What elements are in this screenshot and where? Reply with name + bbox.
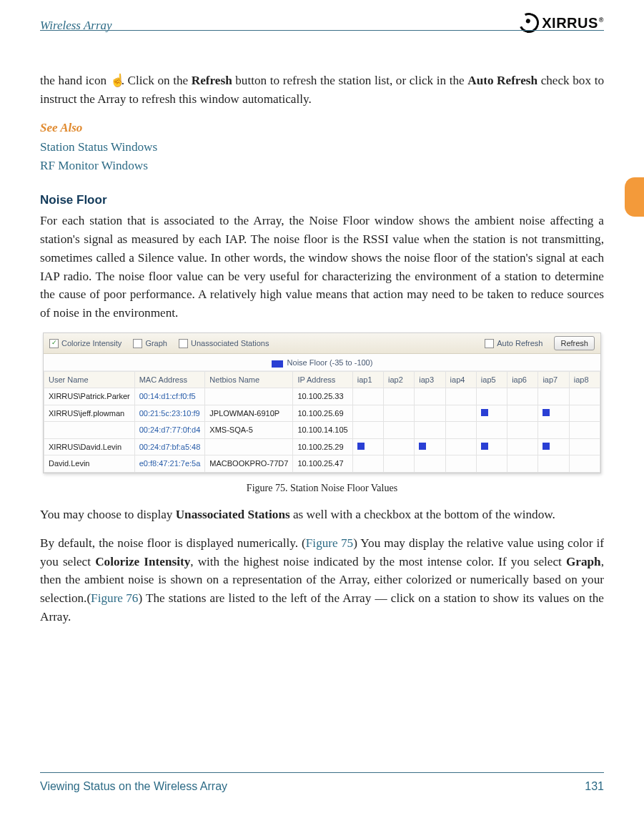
col-user-name[interactable]: User Name <box>44 371 135 388</box>
cell: XIRRUS\jeff.plowman <box>44 405 135 422</box>
iap-cell <box>445 388 476 405</box>
iap-cell <box>507 422 538 439</box>
mac-link[interactable]: e0:f8:47:21:7e:5a <box>134 455 205 473</box>
iap-cell <box>538 422 569 439</box>
display-options-paragraph: By default, the noise floor is displayed… <box>40 534 604 626</box>
hand-icon: ☝ <box>110 72 122 90</box>
noise-floor-table: User Name MAC Address Netbios Name IP Ad… <box>44 371 600 473</box>
table-row: XIRRUS\Patrick.Parker00:14:d1:cf:f0:f510… <box>44 388 600 405</box>
refresh-button[interactable]: Refresh <box>554 336 595 351</box>
cell <box>205 438 293 455</box>
page-number: 131 <box>585 780 604 793</box>
cell: MACBOOKPRO-77D7 <box>205 455 293 473</box>
col-iap4[interactable]: iap4 <box>445 371 476 388</box>
table-row: XIRRUS\David.Levin00:24:d7:bf:a5:4810.10… <box>44 438 600 455</box>
iap-cell <box>415 405 445 422</box>
section-tab <box>625 177 644 217</box>
iap-cell <box>352 455 383 473</box>
link-figure-76[interactable]: Figure 76 <box>91 589 138 608</box>
table-row: David.Levine0:f8:47:21:7e:5aMACBOOKPRO-7… <box>44 455 600 473</box>
iap-cell <box>384 438 415 455</box>
legend-swatch-icon <box>272 360 283 368</box>
iap-cell <box>415 388 445 405</box>
check-graph[interactable]: Graph <box>133 337 167 350</box>
col-iap3[interactable]: iap3 <box>415 371 445 388</box>
col-iap2[interactable]: iap2 <box>384 371 415 388</box>
cell: 10.100.25.69 <box>293 405 352 422</box>
intro-paragraph: the hand icon ☝. Click on the Refresh bu… <box>40 72 604 109</box>
noise-marker-icon <box>357 443 365 450</box>
col-netbios-name[interactable]: Netbios Name <box>205 371 293 388</box>
iap-cell <box>445 438 476 455</box>
iap-cell <box>476 455 507 473</box>
cell: 10.100.25.29 <box>293 438 352 455</box>
check-auto-refresh[interactable]: Auto Refresh <box>485 337 543 350</box>
iap-cell <box>538 405 569 422</box>
mac-link[interactable]: 00:24:d7:77:0f:d4 <box>134 422 205 439</box>
noise-floor-legend: Noise Floor (-35 to -100) <box>44 354 600 371</box>
link-station-status[interactable]: Station Status Windows <box>40 138 157 157</box>
iap-cell <box>445 422 476 439</box>
iap-cell <box>507 455 538 473</box>
iap-cell <box>384 405 415 422</box>
iap-cell <box>538 455 569 473</box>
footer-section-title: Viewing Status on the Wireless Array <box>40 780 227 793</box>
cell: JPLOWMAN-6910P <box>205 405 293 422</box>
iap-cell <box>476 388 507 405</box>
check-colorize-intensity[interactable]: ✓Colorize Intensity <box>49 337 122 350</box>
iap-cell <box>569 455 600 473</box>
xirrus-icon <box>516 10 542 36</box>
iap-cell <box>352 388 383 405</box>
col-iap7[interactable]: iap7 <box>538 371 569 388</box>
col-iap5[interactable]: iap5 <box>476 371 507 388</box>
footer-rule <box>40 772 604 773</box>
noise-marker-icon <box>481 443 488 450</box>
noise-marker-icon <box>481 409 488 416</box>
brand-name: XIRRUS® <box>542 15 604 31</box>
link-figure-75[interactable]: Figure 75 <box>306 534 353 553</box>
mac-link[interactable]: 00:14:d1:cf:f0:f5 <box>134 388 205 405</box>
noise-marker-icon <box>543 443 550 450</box>
iap-cell <box>507 438 538 455</box>
iap-cell <box>507 388 538 405</box>
cell: 10.100.14.105 <box>293 422 352 439</box>
col-iap6[interactable]: iap6 <box>507 371 538 388</box>
cell <box>205 388 293 405</box>
iap-cell <box>569 388 600 405</box>
cell <box>44 422 135 439</box>
mac-link[interactable]: 00:24:d7:bf:a5:48 <box>134 438 205 455</box>
col-iap8[interactable]: iap8 <box>569 371 600 388</box>
iap-cell <box>569 422 600 439</box>
unassoc-paragraph: You may choose to display Unassociated S… <box>40 506 604 524</box>
noise-marker-icon <box>543 409 550 416</box>
col-ip-address[interactable]: IP Address <box>293 371 352 388</box>
iap-cell <box>476 422 507 439</box>
figure-caption-75: Figure 75. Station Noise Floor Values <box>40 481 604 496</box>
noise-marker-icon <box>419 443 426 450</box>
col-iap1[interactable]: iap1 <box>352 371 383 388</box>
noise-floor-table-ui: ✓Colorize Intensity Graph Unassociated S… <box>43 332 601 473</box>
header-rule <box>40 30 604 31</box>
table-row: XIRRUS\jeff.plowman00:21:5c:23:10:f9JPLO… <box>44 405 600 422</box>
check-unassociated-stations[interactable]: Unassociated Stations <box>179 337 269 350</box>
iap-cell <box>569 438 600 455</box>
table-row: 00:24:d7:77:0f:d4XMS-SQA-510.100.14.105 <box>44 422 600 439</box>
iap-cell <box>507 405 538 422</box>
iap-cell <box>384 455 415 473</box>
doc-title: Wireless Array <box>40 19 112 33</box>
iap-cell <box>352 438 383 455</box>
iap-cell <box>476 405 507 422</box>
iap-cell <box>538 438 569 455</box>
section-heading-noise-floor: Noise Floor <box>40 191 604 210</box>
iap-cell <box>445 455 476 473</box>
cell: 10.100.25.33 <box>293 388 352 405</box>
ui-toolbar: ✓Colorize Intensity Graph Unassociated S… <box>44 333 600 355</box>
mac-link[interactable]: 00:21:5c:23:10:f9 <box>134 405 205 422</box>
link-rf-monitor[interactable]: RF Monitor Windows <box>40 157 148 175</box>
see-also-heading: See Also <box>40 119 604 137</box>
col-mac-address[interactable]: MAC Address <box>134 371 205 388</box>
iap-cell <box>538 388 569 405</box>
cell: XIRRUS\David.Levin <box>44 438 135 455</box>
iap-cell <box>352 405 383 422</box>
cell: XMS-SQA-5 <box>205 422 293 439</box>
